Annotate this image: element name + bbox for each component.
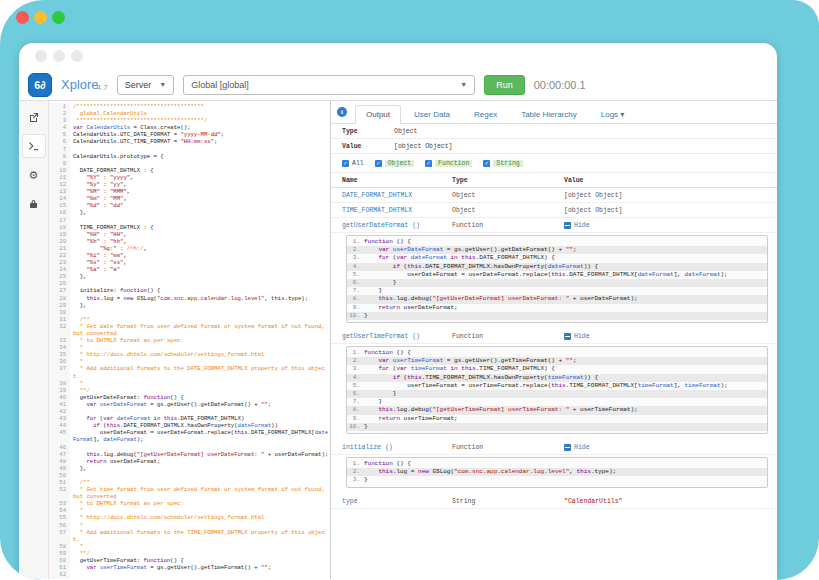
source-line-number: 6.: [347, 279, 364, 287]
editor-line: 10 DATE_FORMAT_DHTMLX : {: [49, 167, 330, 174]
editor-line: 7: [49, 146, 330, 153]
line-number: 47: [49, 451, 70, 458]
checkbox-icon[interactable]: ✓: [425, 160, 432, 167]
terminal-icon[interactable]: [23, 135, 45, 157]
property-name-link[interactable]: initialize (): [342, 444, 452, 451]
line-number: 37: [49, 365, 70, 379]
line-number: 4: [49, 124, 70, 131]
source-line: 10.}: [347, 423, 767, 431]
hide-link[interactable]: Hide: [564, 444, 777, 451]
minimize-window-button[interactable]: [34, 11, 47, 24]
source-code-text: if (this.DATE_FORMAT_DHTMLX.hasOwnProper…: [364, 263, 767, 271]
output-tab-bar: i OutputUser DataRegexTable HierarchyLog…: [331, 101, 777, 124]
editor-line: 3 **************************************…: [49, 117, 330, 124]
property-name-link[interactable]: getUserDateFormat (): [342, 222, 452, 229]
table-row: typeString"CalendarUtils": [331, 494, 777, 509]
editor-line: 26: [49, 280, 330, 287]
tab-regex[interactable]: Regex: [463, 105, 508, 124]
app-version: 4.7: [97, 83, 108, 92]
editor-line: 9: [49, 160, 330, 167]
checkbox-icon[interactable]: ✓: [375, 160, 382, 167]
editor-line: 59 **/: [49, 550, 330, 557]
source-code-text: function () {: [364, 349, 767, 357]
line-number: 2: [49, 110, 70, 117]
code-text: *: [70, 358, 330, 365]
code-text: var userTimeFormat = gs.getUser().getTim…: [70, 564, 330, 571]
editor-line: 61 var userTimeFormat = gs.getUser().get…: [49, 564, 330, 571]
checkbox-icon[interactable]: ✓: [483, 160, 490, 167]
tab-logs[interactable]: Logs ▾: [590, 105, 636, 124]
editor-line: 15 "%d" : "dd": [49, 202, 330, 209]
line-number: 17: [49, 217, 70, 224]
browser-backdrop: 6∂ Xplore 4.7 Server ▼ Global [global] ▼…: [0, 0, 819, 580]
editor-line: 34 *: [49, 344, 330, 351]
xplore-logo-icon: 6∂: [28, 73, 52, 97]
source-line-number: 3.: [347, 254, 364, 262]
run-button[interactable]: Run: [484, 75, 525, 95]
target-select[interactable]: Global [global] ▼: [183, 75, 475, 95]
source-line: 6. }: [347, 279, 767, 287]
line-number: 60: [49, 557, 70, 564]
table-row: getUserTimeFormat ()FunctionHide: [331, 329, 777, 344]
editor-line: 35 * http://docs.dhtmlx.com/scheduler/se…: [49, 351, 330, 358]
code-text: [70, 146, 330, 153]
editor-line: 30: [49, 309, 330, 316]
property-value: [object Object]: [564, 207, 777, 214]
editor-line: 29 },: [49, 302, 330, 309]
source-code-text: function () {: [364, 460, 767, 468]
editor-line: 54 *: [49, 507, 330, 514]
script-editor[interactable]: 1/**************************************…: [49, 101, 330, 579]
code-text: * to DHTMLX format as per spec:: [70, 500, 330, 507]
hide-link[interactable]: Hide: [564, 222, 777, 229]
line-number: 29: [49, 302, 70, 309]
tab-user-data[interactable]: User Data: [403, 105, 461, 124]
line-number: 28: [49, 295, 70, 302]
editor-line: 42: [49, 408, 330, 415]
editor-line: 14 "%m" : "MM",: [49, 195, 330, 202]
code-text: [70, 571, 330, 578]
line-number: 20: [49, 238, 70, 245]
code-text: this.log.debug("[getUserDateFormat] user…: [70, 451, 330, 458]
source-line: 2. this.log = new GSLog("com.snc.app.cal…: [347, 468, 767, 476]
source-code-text: }: [364, 287, 767, 295]
maximize-window-button[interactable]: [52, 11, 65, 24]
gear-icon[interactable]: ⚙: [23, 164, 45, 186]
property-name-link[interactable]: TIME_FORMAT_DHTMLX: [342, 207, 452, 214]
editor-line: 53 * to DHTMLX format as per spec:: [49, 500, 330, 507]
property-name-link[interactable]: DATE_FORMAT_DHTMLX: [342, 192, 452, 199]
editor-line: 25 },: [49, 273, 330, 280]
editor-line: 55 * http://docs.dhtmlx.com/scheduler/se…: [49, 514, 330, 521]
editor-line: 24 "%a" : "a": [49, 266, 330, 273]
property-name-link[interactable]: getUserTimeFormat (): [342, 333, 452, 340]
source-line: 8. this.log.debug("[getUserDateFormat] u…: [347, 295, 767, 303]
code-text: },: [70, 465, 330, 472]
lock-icon[interactable]: [23, 193, 45, 215]
editor-line: 41 var userDateFormat = gs.getUser().get…: [49, 401, 330, 408]
open-external-icon[interactable]: [23, 106, 45, 128]
scope-select[interactable]: Server ▼: [117, 75, 174, 95]
info-icon[interactable]: i: [337, 107, 347, 117]
checkbox-icon[interactable]: ✓: [342, 160, 349, 167]
line-number: 19: [49, 231, 70, 238]
editor-line: 38 *: [49, 380, 330, 387]
function-source-block: 1.function () {2. this.log = new GSLog("…: [346, 457, 768, 488]
editor-line: 60 getUserTimeFormat: function() {: [49, 557, 330, 564]
editor-line: 21 "%g:" : /^h:/,: [49, 245, 330, 252]
hide-label: Hide: [574, 222, 590, 229]
property-name-link[interactable]: type: [342, 498, 452, 505]
source-line: 4. if (this.TIME_FORMAT_DHTMLX.hasOwnPro…: [347, 374, 767, 382]
tab-output[interactable]: Output: [355, 105, 401, 124]
tab-table-hierarchy[interactable]: Table Hierarchy: [510, 105, 588, 124]
source-line: 2. var userDateFormat = gs.getUser().get…: [347, 246, 767, 254]
hide-label: Hide: [574, 444, 590, 451]
line-number: 52: [49, 486, 70, 500]
hide-link[interactable]: Hide: [564, 333, 777, 340]
result-table-body: DATE_FORMAT_DHTMLXObject[object Object]T…: [331, 188, 777, 509]
source-code-text: function () {: [364, 238, 767, 246]
editor-line: 1/**************************************: [49, 103, 330, 110]
hide-cell: Hide: [564, 222, 777, 229]
close-window-button[interactable]: [16, 11, 29, 24]
window-dot-icon: [35, 50, 47, 62]
window-dot-icon: [71, 50, 83, 62]
editor-line: 63 for (var timeFormat in this.TIME_FORM…: [49, 578, 330, 579]
